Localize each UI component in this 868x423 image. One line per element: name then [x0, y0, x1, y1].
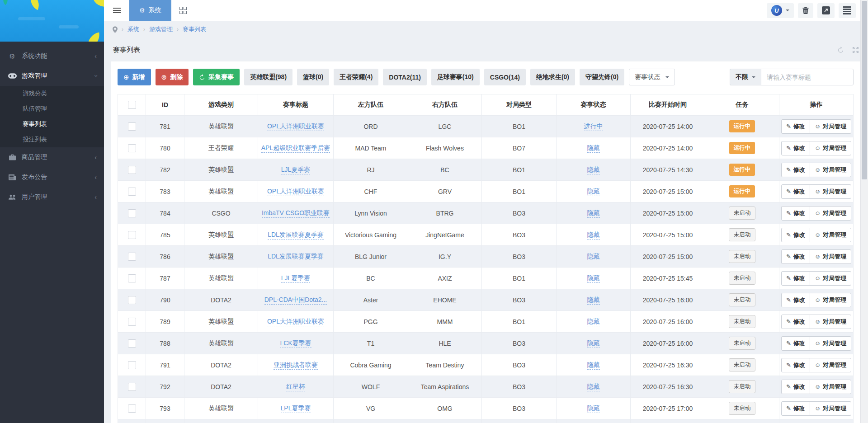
- sidebar-subitem[interactable]: 投注列表: [0, 132, 104, 147]
- refresh-panel-button[interactable]: [837, 47, 844, 53]
- event-status-link[interactable]: 隐藏: [587, 166, 600, 174]
- breadcrumb-link[interactable]: 系统: [127, 25, 139, 33]
- collect-events-button[interactable]: 采集赛事: [193, 69, 240, 85]
- breadcrumb-link[interactable]: 赛事列表: [183, 25, 206, 33]
- event-status-link[interactable]: 隐藏: [587, 144, 600, 153]
- event-title-link[interactable]: LCK夏季赛: [280, 339, 311, 348]
- event-status-select[interactable]: 赛事状态: [629, 69, 675, 85]
- event-title-link[interactable]: APL超级职业联赛季后赛: [261, 144, 330, 153]
- search-input[interactable]: [761, 69, 854, 85]
- event-title-link[interactable]: 红星杯: [286, 383, 305, 391]
- delete-button[interactable]: ⊗ 删除: [156, 69, 189, 85]
- edit-button[interactable]: ✎修改: [781, 119, 810, 134]
- event-title-link[interactable]: 亚洲挑战者联赛: [274, 361, 318, 370]
- event-status-link[interactable]: 隐藏: [587, 274, 600, 283]
- edit-button[interactable]: ✎修改: [781, 163, 810, 177]
- user-avatar-button[interactable]: U: [767, 3, 794, 18]
- event-title-link[interactable]: LDL发展联赛夏季赛: [268, 253, 324, 261]
- edit-button[interactable]: ✎修改: [781, 293, 810, 307]
- match-manage-button[interactable]: ☺对局管理: [810, 401, 851, 416]
- hamburger-menu-icon[interactable]: [104, 0, 129, 21]
- event-title-link[interactable]: LDL发展联赛夏季赛: [268, 231, 324, 240]
- event-status-link[interactable]: 隐藏: [587, 318, 600, 326]
- external-link-button[interactable]: [817, 3, 835, 18]
- event-title-link[interactable]: LPL夏季赛: [281, 404, 311, 413]
- event-title-link[interactable]: ImbaTV CSGO职业联赛: [262, 209, 330, 218]
- game-filter-button[interactable]: 英雄联盟(98): [244, 69, 292, 85]
- sidebar-item[interactable]: ⚙ 系统功能 ‹: [0, 46, 104, 66]
- row-checkbox[interactable]: [128, 404, 136, 413]
- game-filter-button[interactable]: 足球赛事(10): [431, 69, 480, 85]
- edit-button[interactable]: ✎修改: [781, 228, 810, 242]
- sidebar-subitem[interactable]: 游戏分类: [0, 86, 104, 101]
- edit-button[interactable]: ✎修改: [781, 315, 810, 329]
- sidebar-item[interactable]: 商品管理 ‹: [0, 147, 104, 167]
- edit-button[interactable]: ✎修改: [781, 336, 810, 351]
- row-checkbox[interactable]: [128, 144, 136, 152]
- sidebar-subitem[interactable]: 队伍管理: [0, 101, 104, 117]
- breadcrumb-link[interactable]: 游戏管理: [149, 25, 173, 33]
- event-status-link[interactable]: 隐藏: [587, 383, 600, 391]
- match-manage-button[interactable]: ☺对局管理: [810, 315, 851, 329]
- scrollbar-thumb[interactable]: [862, 1, 867, 179]
- row-checkbox[interactable]: [128, 383, 136, 391]
- event-status-link[interactable]: 隐藏: [587, 253, 600, 261]
- match-manage-button[interactable]: ☺对局管理: [810, 184, 851, 199]
- match-manage-button[interactable]: ☺对局管理: [810, 358, 851, 372]
- row-checkbox[interactable]: [128, 188, 136, 196]
- row-checkbox[interactable]: [128, 296, 136, 304]
- match-manage-button[interactable]: ☺对局管理: [810, 380, 851, 394]
- edit-button[interactable]: ✎修改: [781, 141, 810, 155]
- event-title-link[interactable]: DPL-CDA中国Dota2...: [264, 296, 327, 305]
- match-manage-button[interactable]: ☺对局管理: [810, 163, 851, 177]
- match-manage-button[interactable]: ☺对局管理: [810, 336, 851, 351]
- match-manage-button[interactable]: ☺对局管理: [810, 293, 851, 307]
- select-all-checkbox[interactable]: [128, 101, 136, 109]
- edit-button[interactable]: ✎修改: [781, 380, 810, 394]
- event-status-link[interactable]: 隐藏: [587, 209, 600, 218]
- log-list-button[interactable]: [839, 3, 856, 18]
- event-status-link[interactable]: 进行中: [584, 122, 603, 131]
- game-filter-button[interactable]: DOTA2(11): [383, 69, 427, 85]
- game-filter-button[interactable]: 篮球(0): [297, 69, 329, 85]
- edit-button[interactable]: ✎修改: [781, 271, 810, 286]
- match-manage-button[interactable]: ☺对局管理: [810, 228, 851, 242]
- event-title-link[interactable]: OPL大洋洲职业联赛: [267, 318, 324, 326]
- event-status-link[interactable]: 隐藏: [587, 231, 600, 240]
- match-manage-button[interactable]: ☺对局管理: [810, 249, 851, 264]
- sidebar-subitem[interactable]: 赛事列表: [0, 117, 104, 132]
- row-checkbox[interactable]: [128, 318, 136, 326]
- edit-button[interactable]: ✎修改: [781, 358, 810, 372]
- event-status-link[interactable]: 隐藏: [587, 339, 600, 348]
- sidebar-item[interactable]: 发布公告 ‹: [0, 167, 104, 187]
- game-filter-button[interactable]: 绝地求生(0): [530, 69, 575, 85]
- trash-button[interactable]: [798, 3, 813, 18]
- edit-button[interactable]: ✎修改: [781, 184, 810, 199]
- tab-system[interactable]: ⚙ 系统: [129, 0, 171, 21]
- match-manage-button[interactable]: ☺对局管理: [810, 206, 851, 221]
- row-checkbox[interactable]: [128, 166, 136, 174]
- event-title-link[interactable]: LJL夏季赛: [281, 166, 311, 174]
- edit-button[interactable]: ✎修改: [781, 206, 810, 221]
- row-checkbox[interactable]: [128, 253, 136, 261]
- match-manage-button[interactable]: ☺对局管理: [810, 271, 851, 286]
- vertical-scrollbar[interactable]: [860, 0, 868, 423]
- edit-button[interactable]: ✎修改: [781, 401, 810, 416]
- scope-dropdown-button[interactable]: 不限: [730, 69, 761, 85]
- add-button[interactable]: ⊕ 新增: [118, 69, 151, 85]
- row-checkbox[interactable]: [128, 361, 136, 369]
- match-manage-button[interactable]: ☺对局管理: [810, 141, 851, 155]
- game-filter-button[interactable]: 守望先锋(0): [580, 69, 624, 85]
- row-checkbox[interactable]: [128, 274, 136, 282]
- event-title-link[interactable]: LJL夏季赛: [281, 274, 311, 283]
- event-title-link[interactable]: OPL大洋洲职业联赛: [267, 188, 324, 196]
- row-checkbox[interactable]: [128, 122, 136, 131]
- event-status-link[interactable]: 隐藏: [587, 361, 600, 370]
- fullscreen-panel-button[interactable]: [852, 47, 859, 53]
- event-title-link[interactable]: OPL大洋洲职业联赛: [267, 122, 324, 131]
- game-filter-button[interactable]: 王者荣耀(4): [334, 69, 378, 85]
- game-filter-button[interactable]: CSGO(14): [484, 69, 526, 85]
- event-status-link[interactable]: 隐藏: [587, 404, 600, 413]
- edit-button[interactable]: ✎修改: [781, 249, 810, 264]
- event-status-link[interactable]: 隐藏: [587, 188, 600, 196]
